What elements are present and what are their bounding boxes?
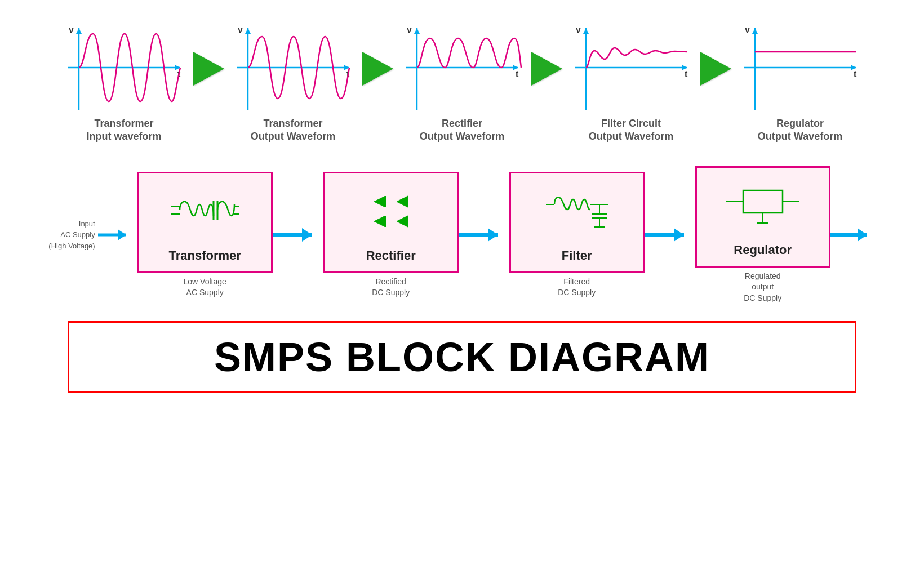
svg-marker-41 <box>374 196 385 207</box>
svg-marker-15 <box>414 28 420 34</box>
svg-marker-21 <box>583 28 589 34</box>
regulator-svg <box>726 179 799 224</box>
svg-text:v: v <box>745 25 750 34</box>
filter-icon <box>543 185 611 232</box>
page-title: SMPS BLOCK DIAGRAM <box>81 334 843 380</box>
waveform-label-4: Filter CircuitOutput Waveform <box>589 117 673 144</box>
rectifier-icon <box>360 185 422 238</box>
block-transformer: Transformer <box>137 172 273 273</box>
waveform-graph-1: v t <box>62 23 186 113</box>
svg-marker-32 <box>118 229 126 240</box>
waveform-item-filter-output: v t Filter CircuitOutput Waveform <box>569 23 693 144</box>
waveform-svg-5: v t <box>738 23 862 113</box>
waveform-graph-2: v t <box>231 23 355 113</box>
block-wrapper-filter: Filter FilteredDC Supply <box>509 172 645 299</box>
blue-arrow-transformer-rectifier <box>273 184 323 286</box>
blue-arrow-svg-1 <box>273 221 323 249</box>
svg-marker-43 <box>397 196 408 207</box>
block-title-transformer: Transformer <box>168 248 241 263</box>
waveform-svg-3: v t <box>400 23 524 113</box>
waveform-label-1: TransformerInput waveform <box>86 117 161 144</box>
waveform-graph-4: v t <box>569 23 693 113</box>
input-arrow-svg <box>98 221 137 249</box>
output-arrow-svg <box>830 221 876 249</box>
svg-text:t: t <box>854 69 857 79</box>
svg-marker-50 <box>488 228 498 242</box>
input-ac-label: InputAC Supply(High Voltage) <box>48 219 95 252</box>
regulator-icon <box>726 179 799 226</box>
svg-marker-3 <box>76 28 82 34</box>
waveform-label-2: TransformerOutput Waveform <box>251 117 335 144</box>
block-wrapper-rectifier: Rectifier RectifiedDC Supply <box>323 172 459 299</box>
block-wrapper-transformer: Transformer Low VoltageAC Supply <box>137 172 273 299</box>
rectifier-svg <box>360 185 422 235</box>
waveform-item-transformer-input: v t TransformerInput waveform <box>62 23 186 144</box>
svg-rect-60 <box>743 190 783 213</box>
block-label-rectifier: RectifiedDC Supply <box>372 277 410 299</box>
green-arrow-2 <box>362 52 393 86</box>
waveform-section: v t TransformerInput waveform <box>23 17 901 149</box>
block-wrapper-regulator: Regulator RegulatedoutputDC Supply <box>695 166 830 304</box>
transformer-icon <box>171 185 239 238</box>
svg-text:t: t <box>516 69 519 79</box>
svg-marker-45 <box>374 216 385 227</box>
block-title-rectifier: Rectifier <box>366 248 416 263</box>
svg-text:v: v <box>576 25 581 34</box>
main-container: v t TransformerInput waveform <box>0 0 924 579</box>
waveform-item-regulator-output: v t RegulatorOutput Waveform <box>738 23 862 144</box>
block-label-transformer: Low VoltageAC Supply <box>184 277 226 299</box>
filter-svg <box>543 185 611 230</box>
waveform-svg-2: v t <box>231 23 355 113</box>
arrow-4 <box>693 24 738 114</box>
blue-arrow-svg-3 <box>645 221 695 249</box>
svg-text:t: t <box>685 69 688 79</box>
block-rectifier: Rectifier <box>323 172 459 273</box>
waveform-label-5: RegulatorOutput Waveform <box>758 117 842 144</box>
svg-marker-9 <box>245 28 251 34</box>
svg-marker-59 <box>674 228 684 242</box>
green-arrow-3 <box>531 52 562 86</box>
block-title-regulator: Regulator <box>734 243 792 257</box>
waveform-graph-5: v t <box>738 23 862 113</box>
arrow-1 <box>186 24 231 114</box>
block-regulator: Regulator <box>695 166 830 268</box>
block-title-filter: Filter <box>562 248 592 263</box>
svg-text:v: v <box>407 25 412 34</box>
block-filter: Filter <box>509 172 645 273</box>
svg-marker-27 <box>752 28 758 34</box>
svg-marker-66 <box>858 228 867 242</box>
green-arrow-4 <box>700 52 731 86</box>
block-label-filter: FilteredDC Supply <box>558 277 596 299</box>
block-section: InputAC Supply(High Voltage) <box>23 166 901 304</box>
waveform-item-transformer-output: v t TransformerOutput Waveform <box>231 23 355 144</box>
svg-text:v: v <box>238 25 243 34</box>
arrow-3 <box>524 24 569 114</box>
transformer-svg <box>171 185 239 235</box>
svg-text:v: v <box>69 25 74 34</box>
blue-arrow-rectifier-filter <box>459 184 509 286</box>
waveform-svg-4: v t <box>569 23 693 113</box>
block-label-regulator: RegulatedoutputDC Supply <box>744 271 781 304</box>
arrow-2 <box>355 24 400 114</box>
blue-arrow-svg-2 <box>459 221 509 249</box>
waveform-svg-1: v t <box>62 23 186 113</box>
svg-marker-47 <box>397 216 408 227</box>
svg-marker-40 <box>302 228 312 242</box>
blue-arrow-filter-regulator <box>645 184 695 286</box>
waveform-graph-3: v t <box>400 23 524 113</box>
title-section: SMPS BLOCK DIAGRAM <box>68 321 856 393</box>
green-arrow-1 <box>193 52 224 86</box>
waveform-label-3: RectifierOutput Waveform <box>420 117 504 144</box>
waveform-item-rectifier-output: v t RectifierOutput Waveform <box>400 23 524 144</box>
